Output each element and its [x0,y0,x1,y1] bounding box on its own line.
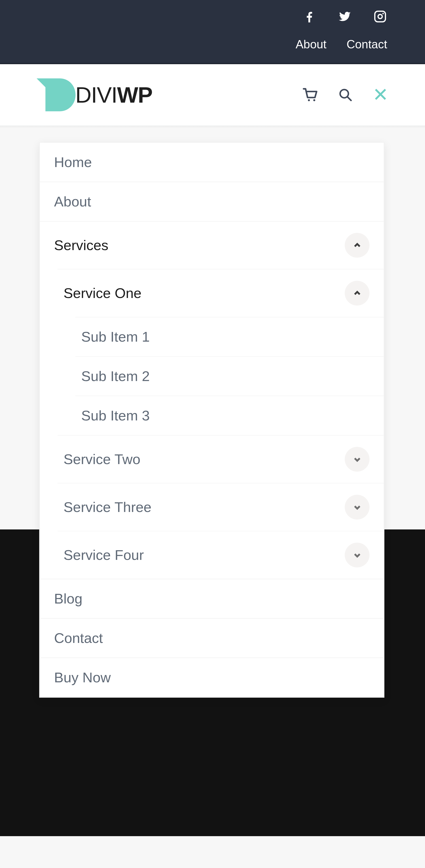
social-icons-row [302,9,387,25]
menu-label-service-one: Service One [63,285,141,301]
submenu-service-one: Sub Item 1 Sub Item 2 Sub Item 3 [75,317,384,435]
search-icon[interactable] [338,88,352,102]
menu-item-sub2[interactable]: Sub Item 2 [75,357,384,396]
menu-label-home: Home [54,154,92,170]
collapse-toggle-services[interactable] [345,233,370,258]
menu-item-service-four[interactable]: Service Four [58,531,384,579]
topbar-links: About Contact [295,37,387,51]
instagram-icon[interactable] [373,9,387,25]
menu-item-sub3[interactable]: Sub Item 3 [75,396,384,435]
menu-label-about: About [54,193,91,210]
menu-item-buy-now[interactable]: Buy Now [40,658,384,697]
menu-item-service-two[interactable]: Service Two [58,436,384,483]
menu-label-service-four: Service Four [63,547,144,563]
collapse-toggle-service-one[interactable] [345,281,370,306]
menu-item-service-one[interactable]: Service One [58,270,384,317]
menu-label-buy-now: Buy Now [54,669,111,686]
menu-label-sub2: Sub Item 2 [81,368,150,384]
chevron-up-icon [353,289,362,298]
menu-label-sub3: Sub Item 3 [81,407,150,424]
expand-toggle-service-three[interactable] [345,495,370,520]
header-icons: ✕ [302,85,389,104]
facebook-icon[interactable] [302,9,316,25]
menu-label-services: Services [54,237,108,253]
mobile-menu-panel: Home About Services Service One [39,142,385,698]
menu-label-contact: Contact [54,630,103,646]
menu-item-blog[interactable]: Blog [40,579,384,618]
topbar-link-contact[interactable]: Contact [347,37,387,51]
menu-item-service-three[interactable]: Service Three [58,484,384,531]
header: DIVIWP ✕ [0,64,425,126]
menu-item-contact[interactable]: Contact [40,619,384,657]
logo-text-part2: WP [117,82,152,107]
svg-point-0 [378,14,382,19]
menu-label-service-three: Service Three [63,499,151,515]
menu-label-sub1: Sub Item 1 [81,329,150,345]
menu-item-home[interactable]: Home [40,143,384,182]
close-menu-icon[interactable]: ✕ [373,85,389,104]
logo-mark-icon [36,78,77,111]
chevron-down-icon [353,503,362,512]
menu-item-sub1[interactable]: Sub Item 1 [75,317,384,356]
expand-toggle-service-two[interactable] [345,447,370,472]
menu-label-blog: Blog [54,591,82,607]
expand-toggle-service-four[interactable] [345,542,370,567]
chevron-down-icon [353,551,362,559]
header-shadow [0,126,425,128]
logo[interactable]: DIVIWP [36,78,152,111]
chevron-down-icon [353,455,362,464]
logo-text-part1: DIVI [75,82,117,107]
logo-text: DIVIWP [75,82,152,108]
svg-point-1 [382,13,384,14]
chevron-up-icon [353,241,362,250]
topbar: About Contact [0,0,425,64]
menu-label-service-two: Service Two [63,451,140,467]
svg-point-3 [313,99,315,101]
submenu-services: Service One Sub Item 1 [58,269,384,579]
menu-item-about[interactable]: About [40,182,384,221]
menu-item-services[interactable]: Services [40,221,384,269]
twitter-icon[interactable] [338,9,352,25]
svg-line-5 [347,97,351,100]
svg-point-2 [308,99,310,101]
topbar-link-about[interactable]: About [295,37,327,51]
cart-icon[interactable] [302,87,318,103]
